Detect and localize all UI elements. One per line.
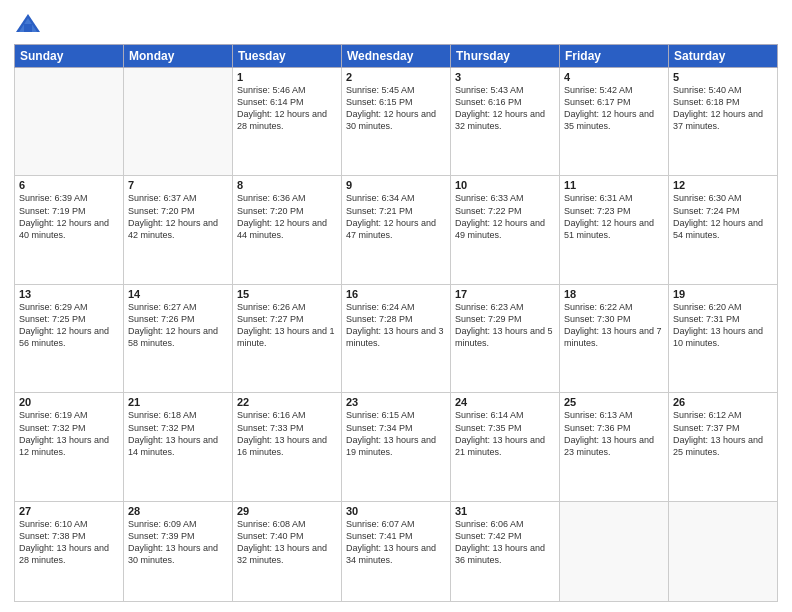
day-cell xyxy=(124,68,233,176)
svg-rect-2 xyxy=(24,24,32,32)
logo-icon xyxy=(14,10,42,38)
day-cell: 19Sunrise: 6:20 AM Sunset: 7:31 PM Dayli… xyxy=(669,284,778,392)
day-info: Sunrise: 6:09 AM Sunset: 7:39 PM Dayligh… xyxy=(128,518,228,567)
header-row: SundayMondayTuesdayWednesdayThursdayFrid… xyxy=(15,45,778,68)
day-info: Sunrise: 5:40 AM Sunset: 6:18 PM Dayligh… xyxy=(673,84,773,133)
day-cell: 7Sunrise: 6:37 AM Sunset: 7:20 PM Daylig… xyxy=(124,176,233,284)
day-cell xyxy=(560,501,669,601)
day-info: Sunrise: 6:12 AM Sunset: 7:37 PM Dayligh… xyxy=(673,409,773,458)
day-info: Sunrise: 6:27 AM Sunset: 7:26 PM Dayligh… xyxy=(128,301,228,350)
col-header-wednesday: Wednesday xyxy=(342,45,451,68)
day-info: Sunrise: 6:08 AM Sunset: 7:40 PM Dayligh… xyxy=(237,518,337,567)
day-number: 15 xyxy=(237,288,337,300)
day-number: 22 xyxy=(237,396,337,408)
day-number: 5 xyxy=(673,71,773,83)
day-info: Sunrise: 6:36 AM Sunset: 7:20 PM Dayligh… xyxy=(237,192,337,241)
day-number: 2 xyxy=(346,71,446,83)
col-header-friday: Friday xyxy=(560,45,669,68)
day-cell: 20Sunrise: 6:19 AM Sunset: 7:32 PM Dayli… xyxy=(15,393,124,501)
day-number: 24 xyxy=(455,396,555,408)
header xyxy=(14,10,778,38)
day-cell: 14Sunrise: 6:27 AM Sunset: 7:26 PM Dayli… xyxy=(124,284,233,392)
day-number: 1 xyxy=(237,71,337,83)
day-cell: 18Sunrise: 6:22 AM Sunset: 7:30 PM Dayli… xyxy=(560,284,669,392)
day-cell: 26Sunrise: 6:12 AM Sunset: 7:37 PM Dayli… xyxy=(669,393,778,501)
day-cell: 24Sunrise: 6:14 AM Sunset: 7:35 PM Dayli… xyxy=(451,393,560,501)
day-cell: 9Sunrise: 6:34 AM Sunset: 7:21 PM Daylig… xyxy=(342,176,451,284)
day-cell: 10Sunrise: 6:33 AM Sunset: 7:22 PM Dayli… xyxy=(451,176,560,284)
day-info: Sunrise: 5:42 AM Sunset: 6:17 PM Dayligh… xyxy=(564,84,664,133)
day-info: Sunrise: 5:46 AM Sunset: 6:14 PM Dayligh… xyxy=(237,84,337,133)
day-cell: 31Sunrise: 6:06 AM Sunset: 7:42 PM Dayli… xyxy=(451,501,560,601)
day-cell: 11Sunrise: 6:31 AM Sunset: 7:23 PM Dayli… xyxy=(560,176,669,284)
day-cell: 28Sunrise: 6:09 AM Sunset: 7:39 PM Dayli… xyxy=(124,501,233,601)
day-info: Sunrise: 5:45 AM Sunset: 6:15 PM Dayligh… xyxy=(346,84,446,133)
day-number: 10 xyxy=(455,179,555,191)
logo xyxy=(14,10,46,38)
day-number: 29 xyxy=(237,505,337,517)
day-number: 25 xyxy=(564,396,664,408)
calendar-table: SundayMondayTuesdayWednesdayThursdayFrid… xyxy=(14,44,778,602)
day-cell: 3Sunrise: 5:43 AM Sunset: 6:16 PM Daylig… xyxy=(451,68,560,176)
day-info: Sunrise: 6:18 AM Sunset: 7:32 PM Dayligh… xyxy=(128,409,228,458)
day-info: Sunrise: 6:16 AM Sunset: 7:33 PM Dayligh… xyxy=(237,409,337,458)
day-cell: 1Sunrise: 5:46 AM Sunset: 6:14 PM Daylig… xyxy=(233,68,342,176)
day-info: Sunrise: 6:39 AM Sunset: 7:19 PM Dayligh… xyxy=(19,192,119,241)
day-cell: 16Sunrise: 6:24 AM Sunset: 7:28 PM Dayli… xyxy=(342,284,451,392)
day-number: 17 xyxy=(455,288,555,300)
day-cell: 15Sunrise: 6:26 AM Sunset: 7:27 PM Dayli… xyxy=(233,284,342,392)
day-info: Sunrise: 6:23 AM Sunset: 7:29 PM Dayligh… xyxy=(455,301,555,350)
day-number: 30 xyxy=(346,505,446,517)
day-cell: 13Sunrise: 6:29 AM Sunset: 7:25 PM Dayli… xyxy=(15,284,124,392)
day-info: Sunrise: 6:19 AM Sunset: 7:32 PM Dayligh… xyxy=(19,409,119,458)
day-cell: 17Sunrise: 6:23 AM Sunset: 7:29 PM Dayli… xyxy=(451,284,560,392)
day-cell: 23Sunrise: 6:15 AM Sunset: 7:34 PM Dayli… xyxy=(342,393,451,501)
day-number: 3 xyxy=(455,71,555,83)
day-cell: 8Sunrise: 6:36 AM Sunset: 7:20 PM Daylig… xyxy=(233,176,342,284)
week-row-5: 27Sunrise: 6:10 AM Sunset: 7:38 PM Dayli… xyxy=(15,501,778,601)
day-number: 19 xyxy=(673,288,773,300)
day-cell: 21Sunrise: 6:18 AM Sunset: 7:32 PM Dayli… xyxy=(124,393,233,501)
day-number: 31 xyxy=(455,505,555,517)
week-row-4: 20Sunrise: 6:19 AM Sunset: 7:32 PM Dayli… xyxy=(15,393,778,501)
day-cell: 2Sunrise: 5:45 AM Sunset: 6:15 PM Daylig… xyxy=(342,68,451,176)
week-row-1: 1Sunrise: 5:46 AM Sunset: 6:14 PM Daylig… xyxy=(15,68,778,176)
day-number: 20 xyxy=(19,396,119,408)
day-number: 13 xyxy=(19,288,119,300)
col-header-monday: Monday xyxy=(124,45,233,68)
week-row-3: 13Sunrise: 6:29 AM Sunset: 7:25 PM Dayli… xyxy=(15,284,778,392)
day-number: 12 xyxy=(673,179,773,191)
day-cell: 22Sunrise: 6:16 AM Sunset: 7:33 PM Dayli… xyxy=(233,393,342,501)
day-number: 27 xyxy=(19,505,119,517)
day-cell: 6Sunrise: 6:39 AM Sunset: 7:19 PM Daylig… xyxy=(15,176,124,284)
day-number: 7 xyxy=(128,179,228,191)
day-number: 11 xyxy=(564,179,664,191)
week-row-2: 6Sunrise: 6:39 AM Sunset: 7:19 PM Daylig… xyxy=(15,176,778,284)
day-info: Sunrise: 6:07 AM Sunset: 7:41 PM Dayligh… xyxy=(346,518,446,567)
day-cell: 29Sunrise: 6:08 AM Sunset: 7:40 PM Dayli… xyxy=(233,501,342,601)
day-number: 16 xyxy=(346,288,446,300)
day-number: 9 xyxy=(346,179,446,191)
day-info: Sunrise: 6:31 AM Sunset: 7:23 PM Dayligh… xyxy=(564,192,664,241)
day-info: Sunrise: 6:37 AM Sunset: 7:20 PM Dayligh… xyxy=(128,192,228,241)
day-info: Sunrise: 6:06 AM Sunset: 7:42 PM Dayligh… xyxy=(455,518,555,567)
day-number: 8 xyxy=(237,179,337,191)
day-cell: 5Sunrise: 5:40 AM Sunset: 6:18 PM Daylig… xyxy=(669,68,778,176)
day-number: 21 xyxy=(128,396,228,408)
day-cell: 27Sunrise: 6:10 AM Sunset: 7:38 PM Dayli… xyxy=(15,501,124,601)
col-header-tuesday: Tuesday xyxy=(233,45,342,68)
day-cell xyxy=(15,68,124,176)
day-cell: 4Sunrise: 5:42 AM Sunset: 6:17 PM Daylig… xyxy=(560,68,669,176)
day-number: 28 xyxy=(128,505,228,517)
day-info: Sunrise: 6:13 AM Sunset: 7:36 PM Dayligh… xyxy=(564,409,664,458)
day-number: 6 xyxy=(19,179,119,191)
day-info: Sunrise: 6:24 AM Sunset: 7:28 PM Dayligh… xyxy=(346,301,446,350)
day-number: 4 xyxy=(564,71,664,83)
day-info: Sunrise: 5:43 AM Sunset: 6:16 PM Dayligh… xyxy=(455,84,555,133)
col-header-thursday: Thursday xyxy=(451,45,560,68)
day-info: Sunrise: 6:34 AM Sunset: 7:21 PM Dayligh… xyxy=(346,192,446,241)
day-number: 18 xyxy=(564,288,664,300)
day-cell xyxy=(669,501,778,601)
day-info: Sunrise: 6:20 AM Sunset: 7:31 PM Dayligh… xyxy=(673,301,773,350)
day-info: Sunrise: 6:29 AM Sunset: 7:25 PM Dayligh… xyxy=(19,301,119,350)
